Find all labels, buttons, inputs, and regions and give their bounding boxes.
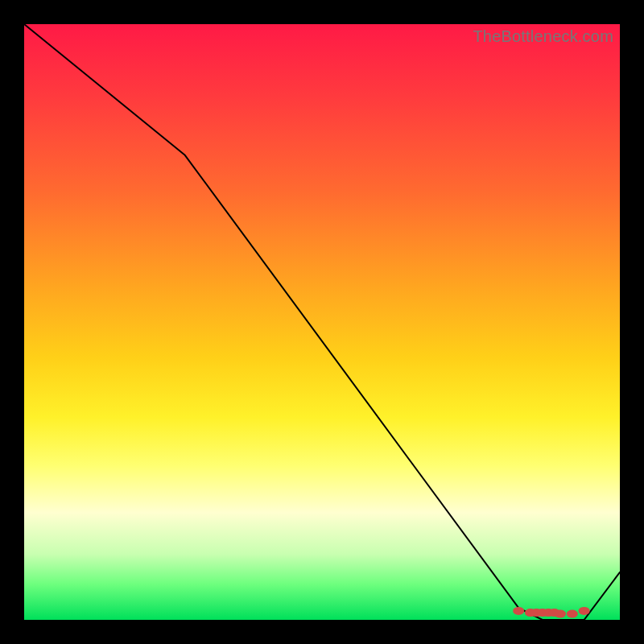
data-line xyxy=(24,24,620,620)
data-markers xyxy=(513,607,589,618)
data-marker xyxy=(567,610,578,618)
data-marker xyxy=(579,607,590,615)
plot-area: TheBottleneck.com xyxy=(24,24,620,620)
data-marker xyxy=(555,610,566,618)
data-marker xyxy=(513,607,524,615)
line-series xyxy=(24,24,620,620)
chart-frame: TheBottleneck.com xyxy=(0,0,644,644)
